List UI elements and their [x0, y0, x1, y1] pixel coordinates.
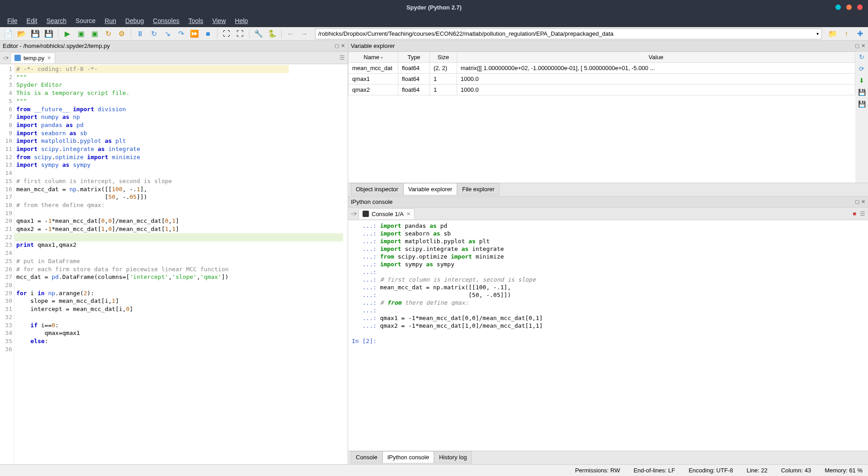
menu-file[interactable]: File	[4, 16, 21, 25]
col-type[interactable]: Type	[398, 52, 430, 63]
tab-object-inspector[interactable]: Object inspector	[351, 183, 403, 195]
col-size[interactable]: Size	[430, 52, 457, 63]
python-file-icon	[14, 55, 21, 61]
preferences-icon[interactable]: 🔧	[253, 28, 264, 39]
save-all-icon[interactable]: 💾	[43, 28, 54, 39]
console-options-icon[interactable]: ☰	[860, 210, 865, 217]
debug-icon[interactable]: ⏸	[135, 28, 146, 39]
maximize-button[interactable]	[846, 5, 852, 10]
forward-icon[interactable]: →	[299, 28, 310, 39]
var-row[interactable]: qmax1float6411000.0	[349, 74, 855, 85]
import-data-icon[interactable]: ⬇	[859, 77, 864, 84]
refresh-periodic-icon[interactable]: ⟳	[859, 65, 864, 72]
pane-options-icon[interactable]: ▢	[855, 199, 859, 205]
tab-nav-icon[interactable]: ◁▾	[351, 211, 357, 216]
tab-nav-icon[interactable]: ◁▾	[3, 55, 9, 60]
menubar: File Edit Search Source Run Debug Consol…	[0, 14, 868, 27]
tab-temp-py[interactable]: temp.py ✕	[10, 52, 55, 63]
close-button[interactable]	[857, 5, 863, 10]
step-icon[interactable]: ↻	[148, 28, 159, 39]
inspector-tabs: Object inspector Variable explorer File …	[348, 183, 868, 196]
menu-help[interactable]: Help	[231, 16, 252, 25]
maximize-pane-icon[interactable]: ⛶	[221, 28, 232, 39]
open-file-icon[interactable]: 📂	[16, 28, 27, 39]
varexp-pane-header: Variable explorer ▢ ✕	[348, 41, 868, 52]
status-memory: Memory: 61 %	[825, 467, 863, 474]
col-name[interactable]: Name	[349, 52, 398, 63]
editor-options-icon[interactable]: ☰	[340, 54, 345, 61]
run-settings-icon[interactable]: ⚙	[116, 28, 127, 39]
console-tabs: ◁▾ Console 1/A ✕ ■ ☰	[348, 207, 868, 220]
run-selection-icon[interactable]: ↻	[103, 28, 113, 39]
step-out-icon[interactable]: ⏩	[189, 28, 200, 39]
save-icon[interactable]: 💾	[30, 28, 41, 39]
stop-console-icon[interactable]: ■	[853, 210, 856, 217]
editor-tabs: ◁▾ temp.py ✕ ☰	[0, 52, 348, 64]
window-titlebar: Spyder (Python 2.7)	[0, 0, 868, 14]
variable-table[interactable]: Name Type Size Value mean_mcc_datfloat64…	[348, 52, 855, 183]
menu-debug[interactable]: Debug	[122, 16, 147, 25]
menu-tools[interactable]: Tools	[185, 16, 207, 25]
fullscreen-icon[interactable]: ⛶	[235, 28, 245, 39]
minimize-button[interactable]	[835, 5, 841, 10]
refresh-icon[interactable]: ↻	[859, 53, 864, 61]
main-toolbar: 📄 📂 💾 💾 ▶ ▣ ▣ ↻ ⚙ ⏸ ↻ ↘ ↷ ⏩ ■ ⛶ ⛶ 🔧 🐍 ← …	[0, 27, 868, 41]
step-over-icon[interactable]: ↷	[175, 28, 186, 39]
menu-view[interactable]: View	[208, 16, 229, 25]
save-data-as-icon[interactable]: 💾	[858, 100, 866, 108]
working-dir-input[interactable]: /robhicks/Dropbox/Current/Teaching/cours…	[315, 28, 822, 39]
console-icon	[363, 211, 369, 217]
status-column: Column: 43	[781, 467, 811, 474]
pane-options-icon[interactable]: ▢	[855, 43, 859, 49]
col-value[interactable]: Value	[457, 52, 855, 63]
tab-console-1a[interactable]: Console 1/A ✕	[359, 208, 415, 219]
var-row[interactable]: mean_mcc_datfloat64(2, 2)matrix([[ 1.000…	[349, 63, 855, 74]
tab-file-explorer[interactable]: File explorer	[457, 183, 500, 195]
pane-close-icon[interactable]: ✕	[861, 43, 865, 49]
stop-debug-icon[interactable]: ■	[203, 28, 213, 39]
console-pane-header: IPython console ▢ ✕	[348, 197, 868, 207]
menu-run[interactable]: Run	[101, 16, 120, 25]
tab-ipython-console[interactable]: IPython console	[382, 451, 434, 463]
menu-search[interactable]: Search	[43, 16, 70, 25]
status-line: Line: 22	[746, 467, 767, 474]
tab-close-icon[interactable]: ✕	[406, 211, 410, 217]
console-bottom-tabs: Console IPython console History log	[348, 451, 868, 464]
run-icon[interactable]: ▶	[62, 28, 73, 39]
pane-close-icon[interactable]: ✕	[861, 199, 865, 205]
status-permissions: Permissions: RW	[575, 467, 620, 474]
back-icon[interactable]: ←	[285, 28, 296, 39]
up-dir-icon[interactable]: ↑	[841, 28, 852, 39]
varexp-toolbar: ↻ ⟳ ⬇ 💾 💾	[855, 52, 868, 183]
run-cell-advance-icon[interactable]: ▣	[89, 28, 100, 39]
menu-consoles[interactable]: Consoles	[149, 16, 183, 25]
ipython-console[interactable]: ...: import pandas as pd ...: import sea…	[348, 220, 868, 451]
run-cell-icon[interactable]: ▣	[75, 28, 86, 39]
tab-history-log[interactable]: History log	[434, 451, 472, 463]
step-into-icon[interactable]: ↘	[162, 28, 173, 39]
browse-dir-icon[interactable]: 📁	[827, 28, 838, 39]
statusbar: Permissions: RW End-of-lines: LF Encodin…	[0, 464, 868, 476]
window-title: Spyder (Python 2.7)	[406, 4, 462, 11]
set-dir-icon[interactable]: ✚	[854, 28, 865, 39]
editor-pane-header: Editor - /home/robhicks/.spyder2/temp.py…	[0, 41, 348, 52]
tab-variable-explorer[interactable]: Variable explorer	[403, 183, 457, 195]
menu-edit[interactable]: Edit	[23, 16, 41, 25]
save-data-icon[interactable]: 💾	[858, 89, 866, 96]
tab-close-icon[interactable]: ✕	[47, 55, 51, 61]
pane-close-icon[interactable]: ✕	[341, 43, 345, 49]
new-file-icon[interactable]: 📄	[3, 28, 14, 39]
tab-console[interactable]: Console	[351, 451, 382, 463]
menu-source[interactable]: Source	[72, 16, 99, 25]
status-encoding: Encoding: UTF-8	[689, 467, 733, 474]
var-row[interactable]: qmax2float6411000.0	[349, 85, 855, 95]
code-editor[interactable]: 12345678910⚠11⚠121314⚠151617181920212223…	[0, 64, 348, 464]
pane-options-icon[interactable]: ▢	[335, 43, 339, 49]
status-eol: End-of-lines: LF	[633, 467, 675, 474]
pythonpath-icon[interactable]: 🐍	[267, 28, 278, 39]
